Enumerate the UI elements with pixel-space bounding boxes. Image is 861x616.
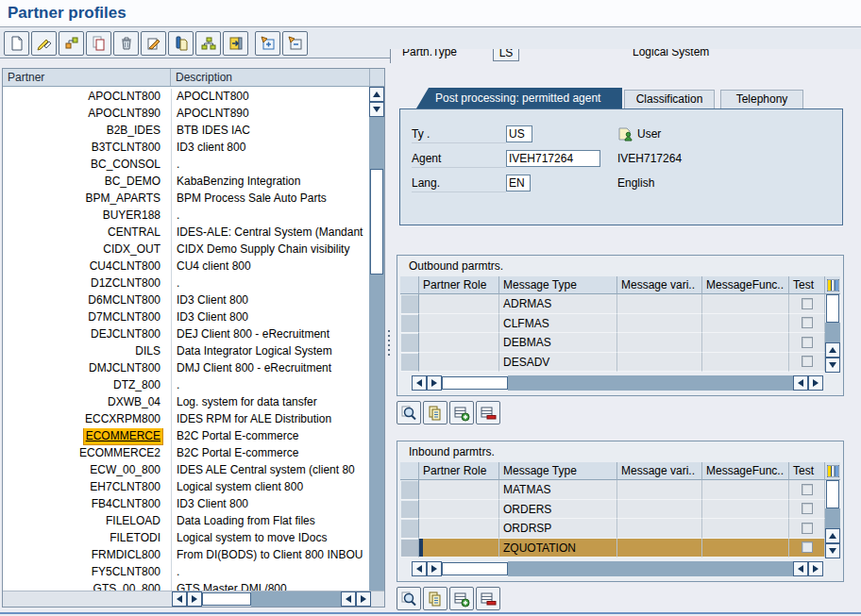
- scroll-thumb[interactable]: [370, 169, 383, 275]
- list-item[interactable]: BC_DEMO KabaBenzing Integration: [3, 174, 370, 191]
- tab-telephony[interactable]: Telephony: [720, 90, 803, 108]
- partner-name[interactable]: ECW_00_800: [88, 462, 162, 478]
- scroll-track[interactable]: [508, 561, 793, 576]
- test-checkbox[interactable]: [802, 298, 813, 309]
- delete-row-button[interactable]: [476, 401, 500, 425]
- scroll-thumb[interactable]: [826, 480, 839, 508]
- partner-name[interactable]: ECOMMERCE: [84, 428, 162, 444]
- partner-name[interactable]: DMJCLNT800: [87, 360, 162, 376]
- table-row[interactable]: DEBMAS: [400, 333, 840, 353]
- agent-input[interactable]: [506, 150, 600, 167]
- list-item[interactable]: CENTRAL IDES-ALE: Central System (Mandan…: [3, 225, 370, 241]
- list-item[interactable]: D1ZCLNT800 .: [3, 275, 370, 292]
- list-item[interactable]: ECW_00_800 IDES ALE Central system (clie…: [3, 462, 370, 479]
- list-item[interactable]: B3TCLNT800 ID3 client 800: [3, 140, 370, 157]
- table-row[interactable]: ADRMAS: [400, 294, 840, 314]
- table-config-icon[interactable]: [825, 462, 840, 480]
- message-variant-cell[interactable]: [617, 294, 702, 314]
- table-row[interactable]: DESADV: [400, 353, 840, 373]
- partner-role-cell[interactable]: [419, 314, 499, 334]
- row-selector[interactable]: [400, 314, 419, 334]
- message-type-cell[interactable]: ORDERS: [499, 500, 617, 520]
- partner-name[interactable]: FILETODI: [108, 530, 162, 546]
- list-item[interactable]: FRMDICL800 From DI(BODS) to Client 800 I…: [3, 547, 370, 564]
- partner-role-header[interactable]: Partner Role: [419, 462, 499, 480]
- message-variant-cell[interactable]: [617, 480, 702, 500]
- tab-post-processing[interactable]: Post processing: permitted agent: [416, 88, 622, 108]
- message-function-header[interactable]: MessageFunc..: [702, 276, 789, 294]
- partner-name[interactable]: APOCLNT890: [86, 106, 162, 122]
- list-item[interactable]: D6MCLNT800 ID3 Client 800: [3, 292, 370, 309]
- partner-role-cell[interactable]: [419, 500, 499, 520]
- row-selector[interactable]: [400, 500, 419, 520]
- list-item[interactable]: CIDX_OUT CIDX Demo Supply Chain visibili…: [3, 241, 370, 258]
- partner-name[interactable]: FILELOAD: [104, 513, 162, 529]
- scroll-up-button[interactable]: [825, 528, 840, 543]
- expand-node-button[interactable]: [255, 31, 280, 56]
- partner-name[interactable]: DTZ_800: [111, 377, 162, 393]
- list-item[interactable]: DEJCLNT800 DEJ Client 800 - eRecruitment: [3, 326, 370, 343]
- partner-name[interactable]: APOCLNT800: [86, 89, 162, 105]
- list-item[interactable]: APOCLNT890 APOCLNT890: [3, 106, 370, 123]
- test-checkbox[interactable]: [802, 503, 813, 514]
- message-function-cell[interactable]: [702, 333, 789, 353]
- list-item[interactable]: DILS Data Integrator Logical System: [3, 343, 370, 360]
- message-function-cell[interactable]: [702, 314, 789, 334]
- partner-name[interactable]: D7MCLNT800: [86, 309, 162, 325]
- outbound-vertical-scrollbar[interactable]: [825, 276, 840, 373]
- scroll-down-button[interactable]: [825, 543, 840, 558]
- partner-name[interactable]: DILS: [133, 343, 162, 359]
- scroll-track[interactable]: [825, 323, 840, 342]
- scroll-thumb[interactable]: [442, 376, 508, 390]
- goto-details-button[interactable]: [223, 31, 248, 56]
- row-selector[interactable]: [400, 353, 419, 373]
- scroll-right-button[interactable]: [427, 375, 442, 391]
- scroll-left-button[interactable]: [341, 591, 356, 607]
- test-checkbox[interactable]: [802, 484, 813, 495]
- list-item[interactable]: DXWB_04 Log. system for data tansfer: [3, 394, 370, 411]
- inbound-horizontal-scrollbar[interactable]: [412, 561, 823, 576]
- message-function-cell[interactable]: [702, 353, 789, 373]
- table-row[interactable]: CLFMAS: [400, 314, 840, 334]
- partner-name[interactable]: D1ZCLNT800: [89, 275, 162, 291]
- message-variant-header[interactable]: Message vari..: [617, 462, 702, 480]
- table-row[interactable]: ORDRSP: [400, 519, 840, 539]
- delete-button[interactable]: [113, 31, 139, 56]
- partner-name[interactable]: ECCXRPM800: [83, 411, 162, 427]
- message-variant-cell[interactable]: [617, 333, 702, 353]
- row-selector[interactable]: [400, 539, 419, 558]
- partner-name[interactable]: EH7CLNT800: [88, 479, 162, 495]
- test-checkbox[interactable]: [802, 356, 813, 367]
- list-item[interactable]: DTZ_800 .: [3, 377, 370, 394]
- message-type-cell[interactable]: MATMAS: [499, 480, 617, 500]
- scroll-left-button[interactable]: [793, 375, 808, 391]
- partner-name[interactable]: CIDX_OUT: [101, 241, 162, 258]
- outbound-horizontal-scrollbar[interactable]: [412, 375, 823, 391]
- partner-role-cell[interactable]: [419, 539, 499, 558]
- partner-list-vertical-scrollbar[interactable]: [369, 87, 384, 592]
- partner-name[interactable]: DEJCLNT800: [89, 326, 162, 342]
- description-column-header[interactable]: Description: [171, 69, 370, 86]
- table-row[interactable]: MATMAS: [400, 480, 840, 500]
- list-item[interactable]: BUYER188 .: [3, 208, 370, 225]
- insert-row-button[interactable]: [449, 401, 474, 425]
- message-function-cell[interactable]: [702, 519, 789, 539]
- list-item[interactable]: BC_CONSOL .: [3, 157, 370, 174]
- message-type-header[interactable]: Message Type: [499, 462, 617, 480]
- message-variant-cell[interactable]: [617, 539, 702, 558]
- partner-name[interactable]: FB4CLNT800: [90, 496, 162, 512]
- language-input[interactable]: [506, 175, 531, 191]
- message-type-cell[interactable]: DESADV: [499, 353, 617, 373]
- list-item[interactable]: FILETODI Logical system to move IDocs: [3, 530, 370, 547]
- message-variant-cell[interactable]: [617, 353, 702, 373]
- list-item[interactable]: EH7CLNT800 Logical system client 800: [3, 479, 370, 496]
- inbound-vertical-scrollbar[interactable]: [825, 462, 840, 558]
- message-function-cell[interactable]: [702, 539, 789, 558]
- list-item[interactable]: B2B_IDES BTB IDES IAC: [3, 123, 370, 140]
- message-type-header[interactable]: Message Type: [499, 276, 617, 294]
- partner-column-header[interactable]: Partner: [3, 69, 171, 86]
- scroll-track[interactable]: [369, 117, 384, 169]
- partner-name[interactable]: B2B_IDES: [105, 123, 162, 139]
- message-type-cell[interactable]: ZQUOTATION: [499, 539, 617, 558]
- scroll-down-button[interactable]: [825, 358, 840, 373]
